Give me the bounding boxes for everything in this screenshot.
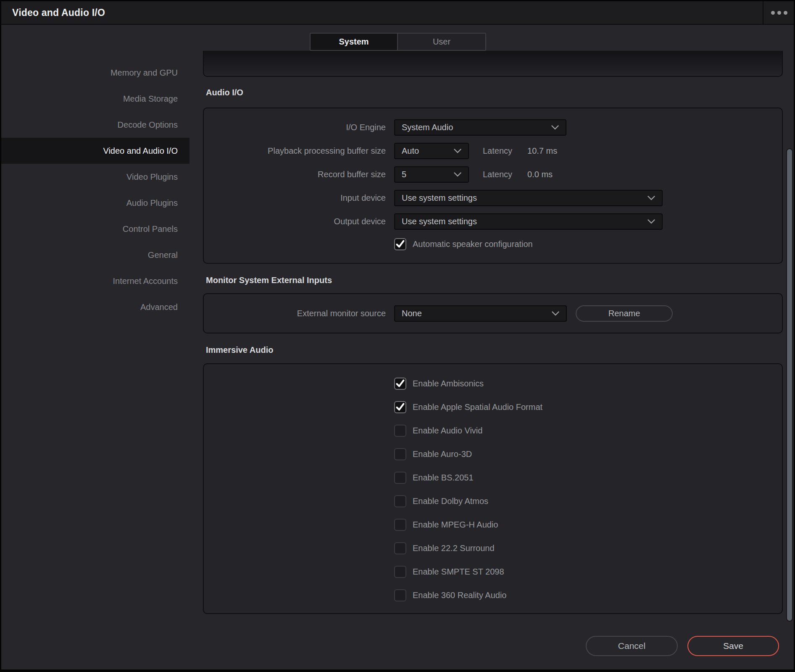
checkbox-label: Enable BS.2051	[413, 473, 474, 483]
sidebar-item-control-panels[interactable]: Control Panels	[1, 216, 190, 242]
enable-ambisonics-checkbox[interactable]	[394, 378, 406, 390]
output-device-row: Output device Use system settings	[204, 210, 782, 233]
enable-apple-spatial-checkbox[interactable]	[394, 401, 406, 413]
checkbox-label: Enable Dolby Atmos	[413, 496, 488, 506]
enable-dolby-atmos-checkbox[interactable]	[394, 495, 406, 507]
immersive-panel: Enable Ambisonics Enable Apple Spatial A…	[203, 363, 783, 614]
sidebar: Memory and GPU Media Storage Decode Opti…	[1, 60, 190, 320]
checkbox-label: Enable SMPTE ST 2098	[413, 567, 504, 577]
io-engine-row: I/O Engine System Audio	[204, 116, 782, 139]
input-device-label: Input device	[204, 193, 386, 203]
monitor-panel: External monitor source None Rename	[203, 293, 783, 333]
immersive-checkbox-row: Enable 22.2 Surround	[394, 536, 782, 560]
cancel-button[interactable]: Cancel	[586, 636, 678, 656]
tab-system[interactable]: System	[310, 33, 398, 51]
checkbox-label: Enable 22.2 Surround	[413, 543, 495, 553]
immersive-checkbox-row: Enable 360 Reality Audio	[394, 583, 782, 607]
playback-buffer-row: Playback processing buffer size Auto Lat…	[204, 139, 782, 163]
playback-buffer-label: Playback processing buffer size	[204, 146, 386, 156]
scrolled-section-box	[203, 51, 783, 77]
enable-22-2-surround-checkbox[interactable]	[394, 542, 406, 554]
enable-audio-vivid-checkbox[interactable]	[394, 425, 406, 437]
chevron-down-icon	[648, 219, 655, 224]
ellipsis-icon	[784, 11, 787, 15]
section-title-immersive: Immersive Audio	[206, 345, 273, 355]
sidebar-item-media-storage[interactable]: Media Storage	[1, 86, 190, 112]
io-engine-value: System Audio	[402, 123, 453, 132]
immersive-checkbox-row: Enable Audio Vivid	[394, 419, 782, 442]
immersive-checkbox-row: Enable Auro-3D	[394, 442, 782, 466]
chevron-down-icon	[454, 172, 461, 177]
chevron-down-icon	[648, 196, 655, 200]
input-device-dropdown[interactable]: Use system settings	[394, 190, 663, 206]
external-monitor-source-dropdown[interactable]: None	[394, 305, 567, 322]
output-device-dropdown[interactable]: Use system settings	[394, 213, 663, 230]
record-latency-label: Latency	[483, 170, 512, 179]
external-monitor-source-label: External monitor source	[204, 309, 386, 318]
sidebar-item-internet-accounts[interactable]: Internet Accounts	[1, 268, 190, 294]
record-buffer-dropdown[interactable]: 5	[394, 166, 469, 183]
playback-latency-label: Latency	[483, 146, 512, 156]
chevron-down-icon	[551, 125, 559, 130]
checkmark-icon	[396, 403, 405, 411]
immersive-checkbox-row: Enable SMPTE ST 2098	[394, 560, 782, 583]
record-buffer-row: Record buffer size 5 Latency 0.0 ms	[204, 163, 782, 186]
sidebar-item-advanced[interactable]: Advanced	[1, 294, 190, 320]
immersive-checkbox-row: Enable Apple Spatial Audio Format	[394, 395, 782, 419]
immersive-checkbox-row: Enable BS.2051	[394, 466, 782, 489]
sidebar-item-decode-options[interactable]: Decode Options	[1, 112, 190, 138]
io-engine-dropdown[interactable]: System Audio	[394, 119, 566, 136]
enable-auro-3d-checkbox[interactable]	[394, 448, 406, 460]
sidebar-item-video-and-audio-io[interactable]: Video and Audio I/O	[1, 138, 190, 164]
immersive-checkbox-row: Enable Dolby Atmos	[394, 489, 782, 513]
sidebar-item-memory-and-gpu[interactable]: Memory and GPU	[1, 60, 190, 86]
preferences-dialog: Video and Audio I/O System User Memory a…	[0, 0, 795, 672]
sidebar-item-video-plugins[interactable]: Video Plugins	[1, 164, 190, 190]
playback-buffer-value: Auto	[402, 146, 419, 156]
rename-button[interactable]: Rename	[576, 305, 673, 322]
auto-speaker-label: Automatic speaker configuration	[413, 239, 533, 249]
vertical-scrollbar-thumb[interactable]	[786, 148, 793, 622]
ellipsis-icon	[777, 11, 781, 15]
section-title-monitor: Monitor System External Inputs	[206, 276, 332, 285]
tab-bar: System User	[310, 33, 486, 51]
checkmark-icon	[396, 240, 405, 248]
save-button[interactable]: Save	[687, 636, 779, 656]
checkbox-label: Enable Apple Spatial Audio Format	[413, 402, 542, 412]
enable-bs2051-checkbox[interactable]	[394, 472, 406, 484]
record-latency-value: 0.0 ms	[527, 170, 553, 179]
input-device-row: Input device Use system settings	[204, 186, 782, 210]
immersive-checkbox-row: Enable Ambisonics	[394, 372, 782, 395]
title-bar: Video and Audio I/O	[1, 1, 794, 25]
audio-io-panel: I/O Engine System Audio Playback process…	[203, 108, 783, 264]
external-monitor-source-value: None	[402, 309, 422, 318]
checkbox-label: Enable 360 Reality Audio	[413, 591, 507, 600]
playback-latency-value: 10.7 ms	[527, 146, 557, 156]
enable-360-reality-audio-checkbox[interactable]	[394, 589, 406, 601]
options-menu-button[interactable]	[764, 1, 794, 24]
dialog-title: Video and Audio I/O	[12, 7, 105, 18]
auto-speaker-checkbox[interactable]	[394, 238, 406, 250]
enable-mpeg-h-checkbox[interactable]	[394, 519, 406, 531]
io-engine-label: I/O Engine	[204, 123, 386, 132]
titlebar-divider	[763, 1, 763, 24]
record-buffer-label: Record buffer size	[204, 170, 386, 179]
enable-smpte-st-2098-checkbox[interactable]	[394, 566, 406, 578]
checkbox-label: Enable Auro-3D	[413, 449, 472, 459]
output-device-value: Use system settings	[402, 217, 477, 226]
immersive-checkbox-row: Enable MPEG-H Audio	[394, 513, 782, 536]
tab-user[interactable]: User	[398, 33, 486, 51]
output-device-label: Output device	[204, 217, 386, 226]
chevron-down-icon	[454, 149, 461, 153]
checkbox-label: Enable Audio Vivid	[413, 426, 482, 436]
chevron-down-icon	[552, 311, 559, 316]
ellipsis-icon	[771, 11, 775, 15]
sidebar-item-audio-plugins[interactable]: Audio Plugins	[1, 190, 190, 216]
record-buffer-value: 5	[402, 170, 406, 179]
sidebar-item-general[interactable]: General	[1, 242, 190, 268]
auto-speaker-row: Automatic speaker configuration	[394, 233, 782, 255]
playback-buffer-dropdown[interactable]: Auto	[394, 143, 469, 159]
checkmark-icon	[396, 380, 405, 388]
section-title-audio-io: Audio I/O	[206, 88, 243, 97]
checkbox-label: Enable Ambisonics	[413, 379, 484, 388]
